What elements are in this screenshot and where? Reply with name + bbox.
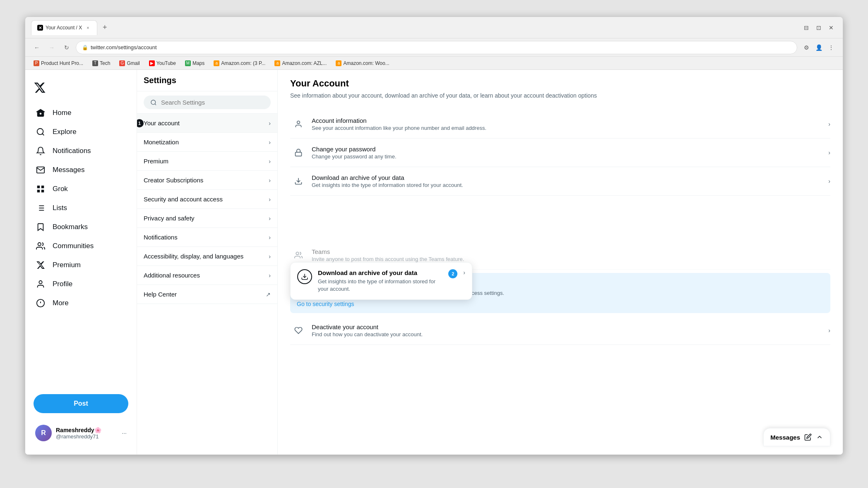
sidebar-item-home[interactable]: Home	[29, 103, 133, 122]
twitter-sidebar: Home Explore Notifications	[25, 70, 137, 455]
sidebar-item-more[interactable]: More	[29, 294, 133, 313]
svg-point-17	[151, 100, 156, 105]
svg-rect-5	[41, 190, 44, 192]
sidebar-item-grok[interactable]: Grok	[29, 179, 133, 199]
chevron-right-icon: ›	[269, 196, 271, 203]
lists-label: Lists	[53, 204, 67, 212]
bookmark-item[interactable]: M Maps	[183, 60, 207, 67]
badge-1: 1	[137, 119, 144, 127]
communities-icon	[35, 242, 46, 251]
extensions-icon[interactable]: ⚙	[801, 42, 812, 53]
notifications-label: Notifications	[53, 147, 91, 155]
settings-item-label: Monetization	[144, 139, 179, 146]
account-item-text: Deactivate your account Find out how you…	[312, 323, 828, 337]
account-item-download-archive[interactable]: Download an archive of your data Get ins…	[290, 167, 830, 196]
sidebar-item-bookmarks[interactable]: Bookmarks	[29, 218, 133, 237]
browser-titlebar: ✕ Your Account / X × + ⊟ ⊡ ✕	[25, 17, 843, 38]
minimize-btn[interactable]: ⊟	[801, 22, 812, 33]
tooltip-arrow: ›	[463, 269, 465, 276]
settings-item-premium[interactable]: Premium ›	[137, 152, 277, 171]
go-to-security-settings-link[interactable]: Go to security settings	[297, 301, 824, 307]
settings-item-your-account[interactable]: 1 Your account ›	[137, 114, 277, 133]
search-settings-input[interactable]	[161, 99, 264, 106]
communities-label: Communities	[53, 242, 94, 250]
active-tab[interactable]: ✕ Your Account / X ×	[31, 20, 97, 35]
svg-line-1	[42, 134, 44, 135]
account-item-text: Account information See your account inf…	[312, 117, 828, 131]
bookmark-youtube[interactable]: ▶ YouTube	[147, 60, 178, 67]
menu-icon[interactable]: ⋮	[825, 42, 837, 53]
home-icon	[35, 108, 46, 117]
settings-item-label: Premium	[144, 158, 168, 165]
sidebar-item-explore[interactable]: Explore	[29, 122, 133, 141]
account-item-desc: Get insights into the type of informatio…	[312, 182, 828, 188]
bookmark-item[interactable]: G Gmail	[117, 60, 142, 67]
settings-item-accessibility[interactable]: Accessibility, display, and languages ›	[137, 247, 277, 266]
twitter-logo[interactable]	[25, 77, 137, 100]
external-link-icon: ↗	[266, 291, 271, 298]
settings-item-security[interactable]: Security and account access ›	[137, 190, 277, 209]
bookmark-item[interactable]: a Amazon.com: (3 P...	[211, 60, 268, 67]
messages-footer[interactable]: Messages	[763, 428, 830, 446]
chevron-right-icon: ›	[269, 272, 271, 279]
bookmark-label: Maps	[192, 60, 204, 66]
account-item-account-information[interactable]: Account information See your account inf…	[290, 110, 830, 139]
bookmark-label: Amazon.com: AZL...	[282, 60, 327, 66]
post-button[interactable]: Post	[34, 394, 128, 413]
svg-rect-4	[37, 190, 40, 192]
account-item-desc: Find out how you can deactivate your acc…	[312, 331, 828, 337]
account-item-text: Change your password Change your passwor…	[312, 146, 828, 160]
back-button[interactable]: ←	[31, 42, 43, 53]
bookmark-item[interactable]: a Amazon.com: AZL...	[272, 60, 329, 67]
account-item-text: Teams Invite anyone to post from this ac…	[312, 248, 830, 262]
tooltip-badge: 2	[448, 269, 457, 278]
sidebar-item-profile[interactable]: Profile	[29, 275, 133, 294]
home-label: Home	[53, 109, 71, 117]
messages-label: Messages	[53, 166, 84, 174]
messages-icon	[35, 165, 46, 175]
settings-item-additional-resources[interactable]: Additional resources ›	[137, 266, 277, 285]
compose-message-icon[interactable]	[804, 433, 812, 441]
sidebar-item-lists[interactable]: Lists	[29, 199, 133, 218]
new-tab-button[interactable]: +	[99, 22, 111, 33]
account-item-deactivate[interactable]: Deactivate your account Find out how you…	[290, 316, 830, 345]
settings-item-label: Creator Subscriptions	[144, 177, 203, 184]
user-info: Rameshreddy🌸 @rameshreddy71	[56, 427, 118, 440]
close-btn[interactable]: ✕	[825, 22, 837, 33]
forward-button[interactable]: →	[46, 42, 58, 53]
tooltip-content: Download an archive of your data Get ins…	[297, 269, 465, 293]
user-profile-section[interactable]: R Rameshreddy🌸 @rameshreddy71 ···	[29, 420, 133, 446]
user-more-btn[interactable]: ···	[122, 430, 127, 436]
settings-item-help-center[interactable]: Help Center ↗	[137, 285, 277, 304]
tab-bar: ✕ Your Account / X × +	[31, 20, 111, 35]
settings-item-privacy[interactable]: Privacy and safety ›	[137, 209, 277, 228]
search-input-wrap[interactable]	[144, 96, 271, 109]
settings-item-creator-subscriptions[interactable]: Creator Subscriptions ›	[137, 171, 277, 190]
explore-icon	[35, 127, 46, 136]
bookmark-item[interactable]: a Amazon.com: Woo...	[333, 60, 392, 67]
profile-label: Profile	[53, 280, 72, 288]
sidebar-item-notifications[interactable]: Notifications	[29, 141, 133, 160]
sidebar-item-premium[interactable]: Premium	[29, 256, 133, 275]
chevron-right-icon: ›	[269, 120, 271, 127]
tab-close-btn[interactable]: ×	[84, 24, 91, 31]
sidebar-item-communities[interactable]: Communities	[29, 237, 133, 256]
download-icon	[290, 173, 307, 189]
address-bar[interactable]: 🔒 twitter.com/settings/account	[76, 41, 797, 54]
profile-icon[interactable]: 👤	[813, 42, 825, 53]
maximize-btn[interactable]: ⊡	[813, 22, 825, 33]
account-item-desc: See your account information like your p…	[312, 125, 828, 131]
collapse-messages-icon[interactable]	[816, 433, 823, 441]
svg-point-12	[38, 243, 41, 246]
bookmark-favicon: T	[92, 60, 98, 66]
account-item-change-password[interactable]: Change your password Change your passwor…	[290, 139, 830, 167]
settings-item-monetization[interactable]: Monetization ›	[137, 133, 277, 152]
bookmark-item[interactable]: T Tech	[90, 60, 113, 67]
sidebar-item-messages[interactable]: Messages	[29, 160, 133, 179]
svg-line-18	[155, 104, 156, 105]
bookmark-item[interactable]: P Product Hunt Pro...	[31, 60, 86, 67]
tab-favicon: ✕	[37, 25, 43, 31]
refresh-button[interactable]: ↻	[61, 42, 72, 53]
settings-item-notifications[interactable]: Notifications ›	[137, 228, 277, 247]
premium-label: Premium	[53, 261, 81, 269]
